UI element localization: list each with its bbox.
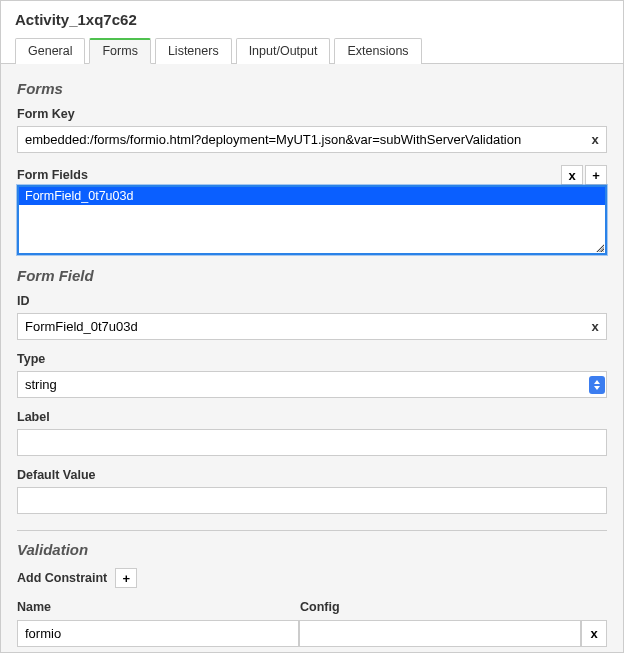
- field-form-fields: Form Fields x + FormField_0t7u03d: [17, 165, 607, 255]
- tab-listeners[interactable]: Listeners: [155, 38, 232, 64]
- section-forms-title: Forms: [17, 80, 607, 97]
- add-constraint-row: Add Constraint +: [17, 568, 607, 588]
- constraint-name-input[interactable]: [17, 620, 299, 647]
- form-fields-list[interactable]: FormField_0t7u03d: [17, 185, 607, 255]
- form-key-clear-button[interactable]: x: [583, 126, 607, 153]
- form-fields-label: Form Fields: [17, 168, 561, 182]
- type-select[interactable]: string: [17, 371, 607, 398]
- constraint-col-name: Name: [17, 600, 300, 614]
- type-label: Type: [17, 352, 607, 366]
- id-label: ID: [17, 294, 607, 308]
- field-id: ID x: [17, 294, 607, 340]
- resize-handle-icon[interactable]: [594, 242, 604, 252]
- tab-forms[interactable]: Forms: [89, 38, 150, 64]
- default-value-label: Default Value: [17, 468, 607, 482]
- default-value-input[interactable]: [17, 487, 607, 514]
- constraint-col-config: Config: [300, 600, 583, 614]
- constraint-row: x: [17, 620, 607, 647]
- form-fields-add-button[interactable]: +: [585, 165, 607, 185]
- add-constraint-label: Add Constraint: [17, 571, 107, 585]
- field-form-key: Form Key x: [17, 107, 607, 153]
- field-type: Type string: [17, 352, 607, 398]
- tab-content: Forms Form Key x Form Fields x + FormFie…: [1, 64, 623, 653]
- constraint-config-input[interactable]: [299, 620, 581, 647]
- tab-extensions[interactable]: Extensions: [334, 38, 421, 64]
- label-label: Label: [17, 410, 607, 424]
- panel-title: Activity_1xq7c62: [1, 1, 623, 37]
- divider: [17, 530, 607, 531]
- form-fields-item[interactable]: FormField_0t7u03d: [19, 187, 605, 205]
- label-input[interactable]: [17, 429, 607, 456]
- constraint-remove-button[interactable]: x: [581, 620, 607, 647]
- id-input[interactable]: [17, 313, 607, 340]
- form-key-input[interactable]: [17, 126, 607, 153]
- tabs: General Forms Listeners Input/Output Ext…: [1, 37, 623, 64]
- tab-general[interactable]: General: [15, 38, 85, 64]
- form-key-label: Form Key: [17, 107, 607, 121]
- properties-panel: Activity_1xq7c62 General Forms Listeners…: [0, 0, 624, 653]
- section-validation-title: Validation: [17, 541, 607, 558]
- field-default-value: Default Value: [17, 468, 607, 514]
- id-clear-button[interactable]: x: [583, 313, 607, 340]
- constraint-table: Name Config x: [17, 600, 607, 647]
- tab-input-output[interactable]: Input/Output: [236, 38, 331, 64]
- section-form-field-title: Form Field: [17, 267, 607, 284]
- add-constraint-button[interactable]: +: [115, 568, 137, 588]
- form-fields-remove-button[interactable]: x: [561, 165, 583, 185]
- field-label: Label: [17, 410, 607, 456]
